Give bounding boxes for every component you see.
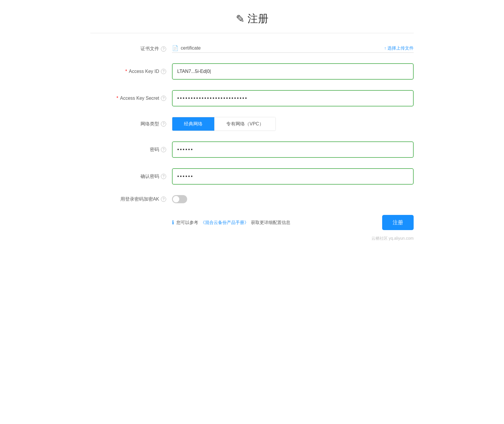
network-vpc-btn[interactable]: 专有网络（VPC） [214, 117, 275, 131]
password-help-icon[interactable]: ? [161, 147, 166, 152]
upload-link[interactable]: ↑ 选择上传文件 [384, 45, 414, 51]
password-label: 密码 ? [90, 147, 172, 153]
encrypt-ak-help-icon[interactable]: ? [161, 197, 166, 202]
footer-info-suffix: 获取更详细配置信息 [251, 220, 290, 225]
confirm-password-help-icon[interactable]: ? [161, 174, 166, 179]
password-input[interactable] [172, 141, 414, 158]
manual-link[interactable]: 《混合云备份产品手册》 [201, 220, 249, 225]
access-key-id-label: * Access Key ID ? [90, 69, 172, 74]
certificate-label: 证书文件 ? [90, 46, 172, 52]
encrypt-ak-toggle[interactable] [172, 195, 187, 203]
required-marker-2: * [116, 96, 118, 101]
footer-info-prefix: 您可以参考 [176, 220, 198, 225]
info-circle-icon: ℹ [172, 219, 174, 226]
edit-icon: ✎ [236, 13, 245, 25]
confirm-password-input[interactable] [172, 168, 414, 185]
certificate-display: 📄 certificate [172, 45, 384, 51]
page-title: 注册 [247, 12, 268, 26]
watermark: 云栖社区 yq.aliyun.com [90, 236, 414, 241]
upload-arrow-icon: ↑ [384, 46, 386, 50]
confirm-password-label: 确认密码 ? [90, 174, 172, 180]
footer-info: ℹ 您可以参考 《混合云备份产品手册》 获取更详细配置信息 [90, 219, 376, 226]
access-key-secret-help-icon[interactable]: ? [161, 96, 166, 101]
access-key-secret-input[interactable] [172, 90, 414, 106]
network-toggle: 经典网络 专有网络（VPC） [172, 117, 276, 131]
encrypt-ak-label: 用登录密码加密AK ? [90, 196, 172, 202]
network-type-help-icon[interactable]: ? [161, 121, 166, 127]
access-key-secret-label: * Access Key Secret ? [90, 96, 172, 101]
register-button[interactable]: 注册 [382, 215, 414, 230]
certificate-help-icon[interactable]: ? [161, 46, 166, 52]
access-key-id-input[interactable] [172, 63, 414, 80]
network-classic-btn[interactable]: 经典网络 [172, 117, 214, 131]
file-icon: 📄 [172, 45, 178, 51]
access-key-id-help-icon[interactable]: ? [161, 69, 166, 74]
network-type-label: 网络类型 ? [90, 121, 172, 127]
required-marker: * [125, 69, 127, 74]
